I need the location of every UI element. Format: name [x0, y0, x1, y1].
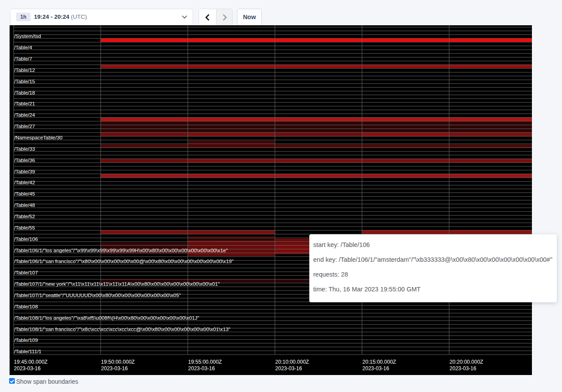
svg-text:/Table/106/1/"los angeles"/"\x: /Table/106/1/"los angeles"/"\x99\x99\x99… [14, 247, 228, 253]
svg-text:19:50:00.000Z: 19:50:00.000Z [101, 359, 135, 365]
svg-text:/Table/108/1/"los angeles"/"\x: /Table/108/1/"los angeles"/"\xa8\xf5\u00… [14, 315, 200, 321]
svg-text:20:20:00.000Z: 20:20:00.000Z [450, 359, 483, 365]
svg-text:2023-03-16: 2023-03-16 [14, 365, 41, 372]
svg-text:/Table/106: /Table/106 [14, 236, 38, 242]
svg-text:/Table/27: /Table/27 [14, 123, 35, 129]
svg-text:/Table/111/1: /Table/111/1 [14, 348, 42, 355]
svg-text:2023-03-16: 2023-03-16 [450, 365, 477, 372]
svg-text:/Table/39: /Table/39 [14, 169, 35, 175]
svg-text:2023-03-16: 2023-03-16 [362, 365, 389, 372]
svg-text:/Table/21: /Table/21 [14, 101, 35, 107]
svg-text:/Table/55: /Table/55 [14, 225, 35, 231]
svg-text:/System/tsd: /System/tsd [14, 33, 41, 39]
svg-text:/Table/52: /Table/52 [14, 213, 35, 220]
svg-text:/Table/109: /Table/109 [14, 337, 38, 343]
svg-text:2023-03-16: 2023-03-16 [101, 365, 128, 372]
svg-text:/Table/107/1/"new york"/"\x11\: /Table/107/1/"new york"/"\x11\x11\x11\x1… [14, 281, 220, 287]
svg-text:/Table/108/1/"san francisco"/": /Table/108/1/"san francisco"/"\x8c\xcc\x… [14, 326, 230, 332]
svg-text:20:10:00.000Z: 20:10:00.000Z [275, 359, 309, 365]
svg-text:/Table/107: /Table/107 [14, 270, 38, 276]
svg-text:19:45:00.000Z: 19:45:00.000Z [14, 359, 47, 365]
svg-text:/Table/48: /Table/48 [14, 202, 35, 208]
svg-text:/Table/42: /Table/42 [14, 179, 35, 186]
svg-text:/Table/107/1/"seattle"/"UUUUUU: /Table/107/1/"seattle"/"UUUUUUD\x00\x80\… [14, 292, 181, 298]
svg-text:19:55:00.000Z: 19:55:00.000Z [188, 359, 222, 365]
svg-text:/Table/4: /Table/4 [14, 44, 33, 51]
svg-text:/NamespaceTable/30: /NamespaceTable/30 [14, 135, 63, 141]
svg-text:20:15:00.000Z: 20:15:00.000Z [362, 359, 396, 365]
svg-text:2023-03-16: 2023-03-16 [188, 365, 215, 372]
svg-text:/Table/36: /Table/36 [14, 157, 35, 163]
svg-text:/Table/33: /Table/33 [14, 146, 35, 152]
svg-text:2023-03-16: 2023-03-16 [275, 365, 302, 372]
svg-text:/Table/18: /Table/18 [14, 90, 35, 96]
svg-text:/Table/7: /Table/7 [14, 56, 32, 62]
svg-text:/Table/15: /Table/15 [14, 78, 35, 84]
svg-text:/Table/45: /Table/45 [14, 191, 35, 197]
svg-text:/Table/12: /Table/12 [14, 67, 35, 73]
svg-text:/Table/24: /Table/24 [14, 112, 35, 118]
svg-text:/Table/108: /Table/108 [14, 304, 38, 310]
svg-text:/Table/106/1/"san francisco"/": /Table/106/1/"san francisco"/"\x80\x00\x… [14, 258, 234, 264]
